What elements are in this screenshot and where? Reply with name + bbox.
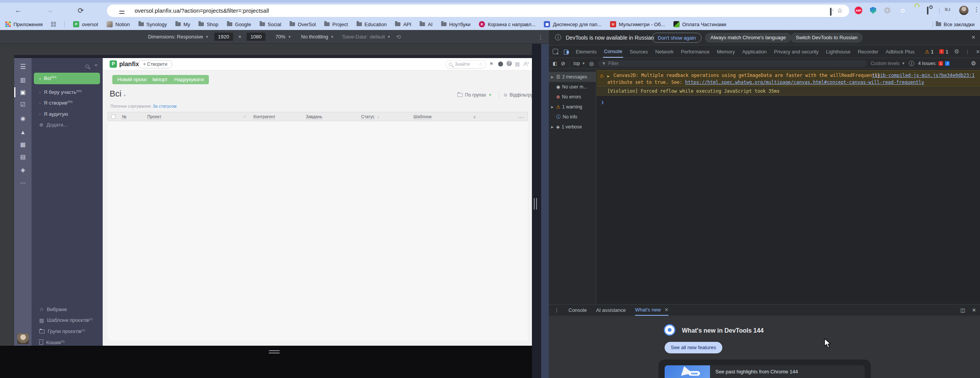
bookmark-folder-my[interactable]: My [175, 22, 190, 27]
filter-verbose[interactable]: ▶◈ 1 verbose [549, 122, 596, 132]
add-column-icon[interactable]: + [473, 114, 476, 121]
help-icon[interactable]: ? [507, 61, 512, 66]
nav-item-created[interactable]: › Я створив(50) [32, 98, 103, 108]
filter-all-messages[interactable]: ▶☰ 2 messages [549, 72, 596, 82]
drawer-menu-icon[interactable]: ⋮ [554, 307, 559, 313]
column-templates[interactable]: Шаблони [413, 114, 432, 119]
bookmark-folder-google[interactable]: Google [227, 22, 251, 27]
clear-console-icon[interactable]: ⊘ [561, 60, 565, 67]
menu-icon[interactable]: ☰ [14, 63, 32, 71]
bookmark-folder-social[interactable]: Social [260, 22, 281, 27]
bookmark-dispenser[interactable]: ▦Диспенсер для пап... [544, 21, 602, 27]
bookmark-folder-ai[interactable]: AI [420, 22, 432, 27]
warning-counter[interactable]: ⚠ 1 [925, 49, 934, 55]
source-location-link[interactable]: jslib-compiled-js-min.js?be34e0db23:1 [872, 72, 975, 79]
filter-errors[interactable]: ⊗ No errors [549, 92, 596, 102]
bookmark-star-icon[interactable]: ☆ [837, 7, 843, 15]
projects-briefcase-icon[interactable]: ▣ [14, 89, 32, 96]
sort-value-link[interactable]: За статусом [153, 104, 177, 108]
bookmark-folder-api[interactable]: API [395, 22, 411, 27]
expand-triangle-icon[interactable]: ▶ [607, 73, 609, 80]
console-prompt-chevron[interactable]: ❯ [601, 100, 604, 105]
tab-recorder[interactable]: Recorder [857, 46, 879, 57]
extensions-puzzle-icon[interactable] [927, 7, 928, 15]
viewport-height-input[interactable]: 1080 [247, 33, 265, 41]
execution-context-select[interactable]: top▼ [573, 61, 585, 66]
tab-sources[interactable]: Sources [629, 46, 649, 57]
column-project[interactable]: Проект [147, 114, 161, 119]
console-warning-message[interactable]: ⚠ ▶ Canvas2D: Multiple readback operatio… [597, 70, 980, 87]
throttling-select[interactable]: No throttling▼ [301, 34, 334, 40]
rocket-icon[interactable]: ⚑ [489, 61, 494, 67]
bookmark-oplata[interactable]: Оплата Частинами [673, 21, 727, 27]
console-settings-icon[interactable]: ⚙ [971, 60, 976, 67]
console-filter-input[interactable]: ▼ Filter [598, 60, 867, 67]
bookmark-notion[interactable]: Notion [107, 21, 130, 27]
print-button[interactable]: Надрукувати [169, 75, 209, 84]
tab-network[interactable]: Network [655, 46, 675, 57]
tab-adblock-plus[interactable]: Adblock Plus [885, 46, 915, 57]
install-app-icon[interactable] [830, 8, 832, 16]
feed-icon[interactable]: ▤ [14, 153, 32, 160]
back-button[interactable]: ← [15, 6, 22, 15]
reload-button[interactable]: ⟳ [78, 6, 84, 15]
drawer-tab-ai-assistance[interactable]: AI assistance [596, 307, 626, 313]
tab-elements[interactable]: Elements [575, 46, 597, 57]
sidebar-search-icon[interactable] [85, 63, 89, 69]
console-violation-message[interactable]: [Violation] Forced reflow while executin… [597, 87, 980, 96]
star-column-icon[interactable]: ☆ [243, 114, 247, 119]
status-circle-icon[interactable] [498, 62, 503, 67]
table-menu-icon[interactable]: ⋯ [518, 114, 524, 121]
issues-counter[interactable]: 4 Issues: 1 3 [918, 61, 950, 66]
zoom-select[interactable]: 70%▼ [275, 34, 291, 40]
bookmark-korzina[interactable]: KКорзина с направл... [479, 21, 535, 27]
bookmark-folder-shop[interactable]: Shop [198, 22, 218, 27]
drawer-tab-whats-new[interactable]: What's new ✕ [635, 305, 668, 316]
column-number[interactable]: № [122, 114, 127, 119]
filter-warnings[interactable]: ▶⚠ 1 warning [549, 102, 596, 112]
error-counter[interactable]: ! 1 [939, 49, 948, 55]
filter-select[interactable]: ⊜ Відфільтрувати▼ [503, 92, 532, 98]
star-icon[interactable]: ☆ [478, 62, 483, 67]
select-all-checkbox[interactable] [111, 115, 115, 119]
column-status[interactable]: Статус [361, 114, 375, 119]
import-button[interactable]: Імпорт [147, 75, 173, 84]
viewport-right-resize-handle[interactable] [534, 198, 537, 210]
drawer-expand-icon[interactable]: ◫ [960, 307, 965, 313]
analytics-icon[interactable]: ▲ [14, 129, 32, 135]
group-by-select[interactable]: По групах▼ [457, 92, 492, 98]
highlight-row[interactable]: new See past highlights from Chrome 144 [665, 365, 865, 378]
banner-close-icon[interactable]: ✕ [971, 34, 976, 40]
nav-item-favorites[interactable]: ☆ Вибране [32, 304, 103, 314]
see-all-features-button[interactable]: See all new features [665, 342, 722, 353]
playlist-icon[interactable]: ≡♪ [945, 6, 951, 12]
nav-item-project-groups[interactable]: Групи проєктів(2) [32, 326, 103, 336]
column-counterparty[interactable]: Контрагент [253, 114, 275, 119]
tab-application[interactable]: Application [742, 46, 768, 57]
bookmark-multimetry[interactable]: UМультиметри - Об... [610, 21, 665, 27]
create-button[interactable]: + Створити [138, 60, 172, 68]
match-language-button[interactable]: Always match Chrome's language [705, 33, 791, 43]
drawer-close-icon[interactable]: ✕ [972, 307, 976, 313]
user-avatar[interactable] [17, 333, 29, 344]
inspect-element-icon[interactable] [553, 49, 558, 54]
tasks-icon[interactable]: ☑ [14, 101, 32, 108]
tab-console[interactable]: Console [603, 46, 623, 58]
expand-chevron[interactable]: › [39, 76, 41, 82]
apps-shortcut[interactable]: Приложения [5, 22, 43, 27]
documents-icon[interactable]: ▦ [14, 141, 32, 148]
viewport-width-input[interactable]: 1920 [214, 33, 233, 41]
drawer-tab-console[interactable]: Console [568, 307, 587, 313]
live-expression-icon[interactable]: ◎ [589, 60, 594, 67]
bookmark-folder-education[interactable]: Education [357, 22, 387, 27]
bookmark-folder-project[interactable]: Project [324, 22, 348, 27]
address-bar[interactable]: oversol.planfix.ua/?action=projects&filt… [107, 5, 849, 17]
nav-item-add[interactable]: ⊕ Додати... [32, 120, 103, 130]
tab-performance[interactable]: Performance [680, 46, 710, 57]
header-search-input[interactable]: Знайти ☆ [445, 60, 486, 68]
contacts-icon[interactable]: ◉ [14, 115, 32, 122]
devtools-close-icon[interactable]: ✕ [976, 49, 980, 55]
switch-russian-button[interactable]: Switch DevTools to Russian [790, 33, 863, 43]
bookmark-folder-synology[interactable]: Synology [138, 22, 167, 27]
devtools-menu-icon[interactable]: ⋮ [965, 49, 970, 55]
